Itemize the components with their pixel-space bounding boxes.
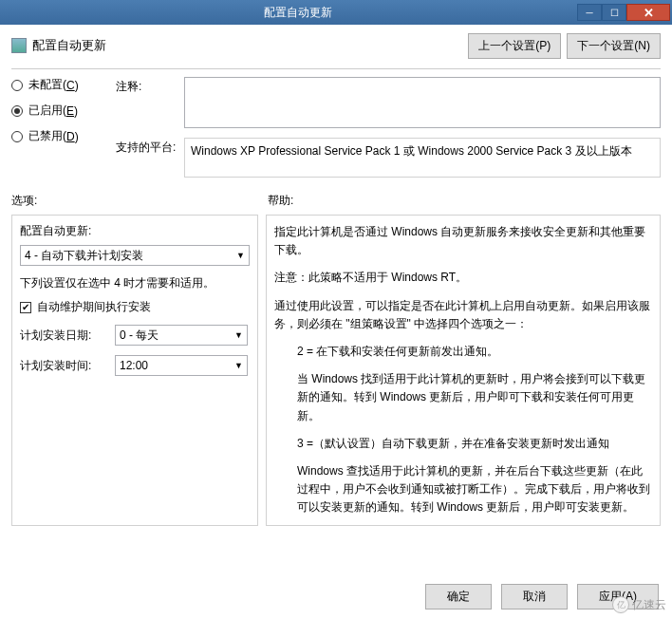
install-day-select[interactable]: 0 - 每天▼ xyxy=(115,325,248,346)
options-panel: 配置自动更新: 4 - 自动下载并计划安装▼ 下列设置仅在选中 4 时才需要和适… xyxy=(11,215,258,526)
prev-setting-button[interactable]: 上一个设置(P) xyxy=(468,33,561,59)
help-text: Windows 查找适用于此计算机的更新，并在后台下载这些更新（在此过程中，用户… xyxy=(274,462,652,517)
platform-label: 支持的平台: xyxy=(116,138,184,156)
help-text: 指定此计算机是否通过 Windows 自动更新服务来接收安全更新和其他重要下载。 xyxy=(274,223,652,259)
help-text: 当 Windows 找到适用于此计算机的更新时，用户将会接到可以下载更新的通知。… xyxy=(274,370,652,425)
config-update-label: 配置自动更新: xyxy=(20,223,250,239)
radio-unconfigured[interactable]: 未配置(C) xyxy=(11,77,116,93)
chevron-down-icon: ▼ xyxy=(236,251,245,260)
window-title: 配置自动更新 xyxy=(19,5,577,21)
platform-text: Windows XP Professional Service Pack 1 或… xyxy=(184,138,661,178)
apply-button[interactable]: 应用(A) xyxy=(577,584,659,610)
cancel-button[interactable]: 取消 xyxy=(501,584,568,610)
next-setting-button[interactable]: 下一个设置(N) xyxy=(567,33,661,59)
help-panel[interactable]: 指定此计算机是否通过 Windows 自动更新服务来接收安全更新和其他重要下载。… xyxy=(266,215,661,526)
help-text: 注意：此策略不适用于 Windows RT。 xyxy=(274,269,652,287)
comment-label: 注释: xyxy=(116,77,184,95)
help-text: 3 =（默认设置）自动下载更新，并在准备安装更新时发出通知 xyxy=(274,435,652,453)
help-text: 通过使用此设置，可以指定是否在此计算机上启用自动更新。如果启用该服务，则必须在 … xyxy=(274,297,652,333)
chevron-down-icon: ▼ xyxy=(234,330,243,340)
divider xyxy=(11,68,661,69)
install-time-select[interactable]: 12:00▼ xyxy=(115,355,248,376)
chevron-down-icon: ▼ xyxy=(234,361,243,370)
ok-button[interactable]: 确定 xyxy=(425,584,492,610)
titlebar: 配置自动更新 ─ ☐ ✕ xyxy=(0,0,672,25)
config-update-select[interactable]: 4 - 自动下载并计划安装▼ xyxy=(20,245,250,266)
comment-textarea[interactable] xyxy=(184,77,661,128)
page-icon xyxy=(11,38,27,53)
help-text: 2 = 在下载和安装任何更新前发出通知。 xyxy=(274,343,652,361)
page-title: 配置自动更新 xyxy=(32,37,462,54)
help-label: 帮助: xyxy=(268,193,293,209)
radio-enabled[interactable]: 已启用(E) xyxy=(11,103,116,119)
install-day-label: 计划安装日期: xyxy=(20,328,115,344)
radio-disabled[interactable]: 已禁用(D) xyxy=(11,128,116,144)
auto-maintenance-checkbox[interactable]: ✔自动维护期间执行安装 xyxy=(20,299,250,315)
minimize-button[interactable]: ─ xyxy=(577,4,602,21)
install-time-label: 计划安装时间: xyxy=(20,358,115,374)
maximize-button[interactable]: ☐ xyxy=(602,4,626,21)
options-note: 下列设置仅在选中 4 时才需要和适用。 xyxy=(20,275,250,291)
close-button[interactable]: ✕ xyxy=(626,4,670,21)
options-label: 选项: xyxy=(11,193,268,209)
